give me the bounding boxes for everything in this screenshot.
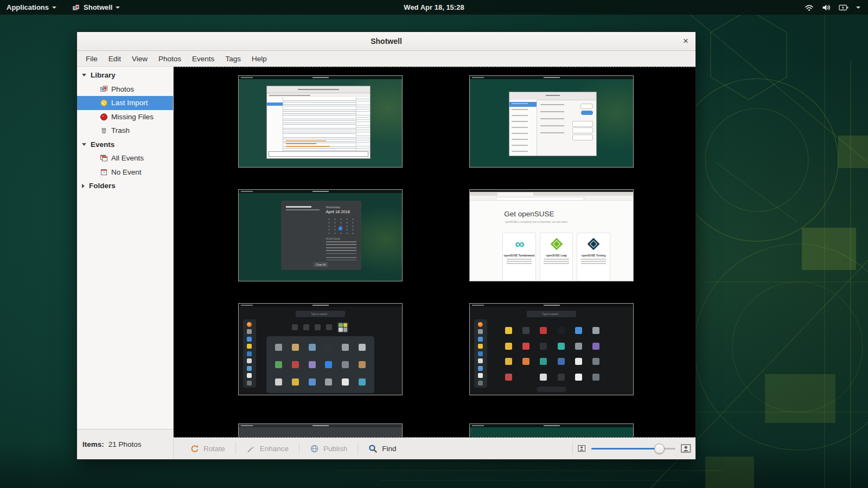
items-status-value: 21 Photos — [108, 440, 142, 448]
thumbnail-opensuse-web-screenshot[interactable]: Get openSUSE openSUSE is completely free… — [469, 189, 634, 281]
thumbnail-partial-teal-screenshot[interactable] — [469, 423, 634, 438]
firefox-icon — [478, 322, 483, 327]
firefox-icon — [247, 322, 252, 327]
expander-down-icon — [82, 143, 86, 146]
gnome-top-bar: Applications Shotwell Wed Apr 18, 15:28 — [0, 0, 868, 15]
menubar: File Edit View Photos Events Tags Help — [77, 51, 695, 67]
shotwell-app-icon — [72, 3, 80, 12]
find-label: Find — [382, 445, 396, 453]
leap-logo — [550, 238, 563, 251]
calendar-popover: Wednesday April 18 2018 World Clocks Cle… — [281, 201, 361, 270]
dash-dock — [474, 319, 487, 388]
expander-down-icon — [82, 74, 86, 76]
mini-top-bar — [239, 424, 402, 427]
photo-grid: Wednesday April 18 2018 World Clocks Cle… — [174, 67, 695, 438]
thumbnail-hexchat-screenshot[interactable] — [238, 75, 403, 168]
sidebar-item-no-event[interactable]: ? No Event — [77, 165, 173, 179]
close-button[interactable]: × — [683, 32, 688, 50]
yast-folder-tile — [337, 322, 348, 333]
clock-menu[interactable]: Wed Apr 18, 15:28 — [404, 0, 464, 15]
testing-card: openSUSE Testing — [577, 233, 610, 281]
get-opensuse-heading: Get openSUSE — [504, 210, 554, 218]
menu-events[interactable]: Events — [187, 51, 220, 66]
section-label: Folders — [89, 182, 116, 190]
dash-dock — [243, 319, 256, 388]
small-image-icon — [578, 445, 586, 452]
hexchat-window — [266, 86, 371, 159]
caret-down-icon — [856, 7, 860, 9]
sidebar-section-events[interactable]: Events — [77, 138, 173, 152]
menu-file[interactable]: File — [80, 51, 103, 66]
items-status-label: Items: — [82, 440, 104, 448]
mini-top-bar — [470, 304, 633, 307]
mini-top-bar — [470, 424, 633, 427]
sidebar-item-all-events[interactable]: All Events — [77, 151, 173, 165]
publish-button[interactable]: Publish — [304, 444, 353, 453]
search-pill: Type to search… — [296, 311, 344, 317]
large-image-icon — [681, 444, 691, 453]
titlebar[interactable]: Shotwell × — [77, 32, 695, 51]
leap-card: openSUSE Leap — [540, 233, 573, 281]
menu-edit[interactable]: Edit — [103, 51, 126, 66]
main-column: Wednesday April 18 2018 World Clocks Cle… — [174, 67, 695, 459]
last-import-icon — [100, 99, 108, 107]
thumbnail-activities-yast-folder-screenshot[interactable]: Type to search… — [238, 303, 403, 395]
thumbnail-calendar-screenshot[interactable]: Wednesday April 18 2018 World Clocks Cle… — [238, 189, 403, 281]
find-button[interactable]: Find — [363, 444, 401, 453]
tumbleweed-logo: ∞ — [515, 237, 523, 251]
svg-text:?: ? — [103, 171, 105, 175]
rotate-label: Rotate — [203, 445, 225, 453]
tumbleweed-card: ∞ openSUSE Tumbleweed — [502, 233, 536, 281]
focused-app-label: Shotwell — [84, 3, 112, 11]
thumbnail-size-slider[interactable] — [591, 443, 675, 454]
section-label: Events — [91, 140, 114, 149]
publish-label: Publish — [323, 445, 347, 453]
toolbar-separator — [299, 442, 299, 454]
rotate-icon — [190, 444, 199, 453]
section-label: Library — [91, 71, 116, 79]
item-label: Missing Files — [111, 113, 154, 121]
sidebar-item-photos[interactable]: Photos — [77, 82, 173, 97]
testing-logo — [588, 238, 600, 251]
rotate-button[interactable]: Rotate — [184, 444, 231, 453]
shotwell-window: Shotwell × File Edit View Photos Events … — [76, 31, 696, 460]
window-title: Shotwell — [371, 37, 402, 46]
thumbnail-partial-dark-screenshot[interactable] — [238, 423, 403, 438]
trash-icon — [100, 126, 108, 134]
menu-photos[interactable]: Photos — [153, 51, 187, 66]
thumbnail-tweaks-screenshot[interactable] — [469, 75, 634, 168]
applications-menu[interactable]: Applications — [7, 0, 56, 15]
window-body: Library Photos — [77, 67, 695, 459]
mini-top-bar — [470, 76, 633, 79]
menu-view[interactable]: View — [126, 51, 153, 66]
photos-icon — [100, 85, 108, 93]
tweaks-window — [509, 92, 597, 157]
find-icon — [368, 444, 378, 453]
all-events-icon — [100, 154, 108, 162]
sidebar-item-last-import[interactable]: Last Import — [77, 96, 173, 110]
toolbar-separator — [572, 442, 573, 454]
caret-down-icon — [52, 7, 56, 9]
mini-top-bar — [239, 76, 402, 79]
enhance-button[interactable]: Enhance — [241, 444, 294, 453]
sidebar-section-folders[interactable]: Folders — [77, 179, 173, 193]
menu-tags[interactable]: Tags — [220, 51, 246, 66]
sidebar-item-trash[interactable]: Trash — [77, 124, 173, 138]
sidebar-item-missing-files[interactable]: Missing Files — [77, 110, 173, 124]
mini-top-bar — [239, 304, 402, 307]
focused-app-menu[interactable]: Shotwell — [72, 0, 120, 15]
sidebar-section-library[interactable]: Library — [77, 68, 173, 82]
frequent-all-switcher — [537, 387, 566, 392]
menu-help[interactable]: Help — [246, 51, 272, 66]
no-event-icon: ? — [100, 168, 108, 176]
zoom-slider-thumb[interactable] — [654, 444, 665, 454]
thumbnail-activities-app-grid-screenshot[interactable]: Type to search… — [469, 303, 634, 395]
mini-top-bar — [239, 190, 402, 193]
item-label: Last Import — [111, 99, 148, 107]
toolbar-separator — [358, 442, 358, 454]
thumbnail-size-controls — [578, 443, 691, 454]
wifi-icon — [804, 3, 814, 12]
top-bar-left: Applications Shotwell — [0, 0, 120, 15]
search-pill: Type to search… — [527, 311, 576, 317]
system-status-area[interactable] — [804, 0, 868, 15]
